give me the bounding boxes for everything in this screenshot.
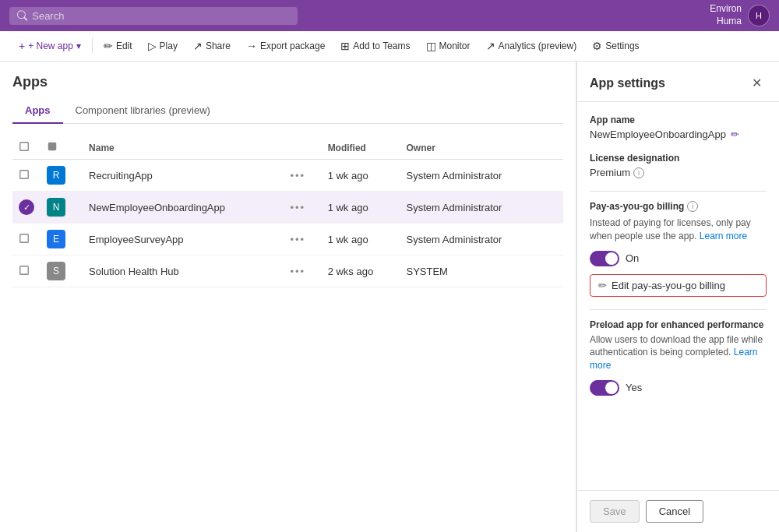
row-modified: 2 wks ago [322,255,400,287]
preload-toggle-row: Yes [590,380,767,396]
new-app-button[interactable]: + + New app ▾ [12,36,87,56]
row-checkbox[interactable]: ✓ [12,192,41,224]
toggle-slider [590,251,619,266]
divider-1 [590,191,767,192]
row-checkbox[interactable] [12,255,41,287]
close-settings-button[interactable]: ✕ [747,74,767,92]
user-name: Huma [710,16,742,28]
row-extra [546,255,563,287]
billing-toggle-row: On [590,251,767,266]
analytics-icon: ↗ [486,40,495,52]
save-button[interactable]: Save [590,500,640,523]
row-name: Solution Health Hub [83,255,284,287]
search-container [9,7,298,25]
plus-icon: + [19,40,25,52]
license-section: License designation Premium i [590,153,767,178]
col-extra-header [546,136,563,160]
billing-learn-more-link[interactable]: Learn more [700,231,747,241]
billing-header: Pay-as-you-go billing i [590,201,767,212]
page-title: Apps [12,74,563,90]
left-panel: Apps Apps Component libraries (preview) … [0,62,576,532]
edit-app-name-icon[interactable]: ✏ [731,129,739,140]
chevron-down-icon: ▾ [76,41,81,51]
svg-rect-1 [48,143,57,151]
export-button[interactable]: → Export package [240,36,331,56]
toolbar-separator-1 [92,38,93,54]
col-checkbox-header [12,136,41,160]
license-info-icon[interactable]: i [633,167,644,178]
col-owner-header[interactable]: Owner [400,136,546,160]
row-checkbox[interactable] [12,224,41,255]
billing-toggle[interactable] [590,251,619,266]
row-icon: E [41,224,83,255]
row-icon: S [41,255,83,287]
search-icon [17,10,27,21]
tab-bar: Apps Component libraries (preview) [12,100,563,124]
toolbar: + + New app ▾ ✏ Edit ▷ Play ↗ Share → Ex… [0,31,779,62]
search-input[interactable] [32,10,290,22]
selected-check-icon: ✓ [19,199,34,215]
edit-billing-button[interactable]: ✏ Edit pay-as-you-go billing [590,274,767,297]
billing-info-icon[interactable]: i [687,201,698,212]
edit-billing-pencil-icon: ✏ [598,280,607,291]
app-icon-newo: N [47,198,65,217]
header-right: Environ Huma H [710,3,770,27]
settings-footer: Save Cancel [577,490,779,532]
row-checkbox[interactable] [12,160,41,192]
settings-body: App name NewEmployeeOnboardingApp ✏ Lice… [577,102,779,490]
row-owner: System Administrator [400,160,546,192]
row-dots[interactable]: ••• [284,192,321,224]
app-icon-health: S [47,262,65,280]
license-value: Premium i [590,167,767,178]
app-icon-survey: E [47,230,65,248]
col-dots-header [284,136,321,160]
app-name-section: App name NewEmployeeOnboardingApp ✏ [590,115,767,140]
add-to-teams-button[interactable]: ⊞ Add to Teams [334,36,416,56]
svg-rect-3 [20,234,29,242]
monitor-button[interactable]: ◫ Monitor [420,36,477,56]
analytics-button[interactable]: ↗ Analytics (preview) [480,36,583,56]
billing-toggle-label: On [626,252,639,264]
preload-description: Allow users to download the app file whi… [590,333,767,372]
app-icon-recruiting: R [47,166,65,185]
settings-panel-title: App settings [590,76,665,90]
settings-button[interactable]: ⚙ Settings [586,36,645,56]
tab-component-libraries[interactable]: Component libraries (preview) [63,100,223,124]
export-icon: → [246,40,257,52]
monitor-icon: ◫ [426,40,436,52]
col-modified-header[interactable]: Modified [322,136,400,160]
row-name: RecruitingApp [83,160,284,192]
row-dots[interactable]: ••• [284,255,321,287]
share-icon: ↗ [193,40,203,52]
avatar[interactable]: H [748,5,770,26]
apps-table: Name Modified Owner R RecruitingApp [12,136,563,287]
row-dots[interactable]: ••• [284,160,321,192]
col-name-header[interactable]: Name [83,136,284,160]
table-row[interactable]: E EmployeeSurveyApp ••• 1 wk ago System … [12,224,563,255]
pencil-icon: ✏ [104,40,113,52]
table-row[interactable]: S Solution Health Hub ••• 2 wks ago SYST… [12,255,563,287]
share-button[interactable]: ↗ Share [187,36,237,56]
settings-header: App settings ✕ [577,62,779,102]
preload-title: Preload app for enhanced performance [590,319,767,330]
tab-apps[interactable]: Apps [12,100,63,124]
row-owner: System Administrator [400,224,546,255]
edit-button[interactable]: ✏ Edit [97,36,139,56]
table-row[interactable]: R RecruitingApp ••• 1 wk ago System Admi… [12,160,563,192]
preload-toggle[interactable] [590,380,619,396]
row-extra [546,192,563,224]
row-icon: N [41,192,83,224]
row-dots[interactable]: ••• [284,224,321,255]
row-modified: 1 wk ago [322,160,400,192]
app-name-value: NewEmployeeOnboardingApp ✏ [590,129,767,140]
row-name: EmployeeSurveyApp [83,224,284,255]
app-name-label: App name [590,115,767,125]
teams-icon: ⊞ [340,40,350,52]
row-extra [546,160,563,192]
billing-title: Pay-as-you-go billing [590,201,684,212]
table-row[interactable]: ✓ N NewEmployeeOnboardingApp ••• 1 wk ag… [12,192,563,224]
row-name: NewEmployeeOnboardingApp [83,192,284,224]
cancel-button[interactable]: Cancel [646,500,703,523]
play-button[interactable]: ▷ Play [142,36,184,56]
billing-description: Instead of paying for licenses, only pay… [590,217,767,243]
